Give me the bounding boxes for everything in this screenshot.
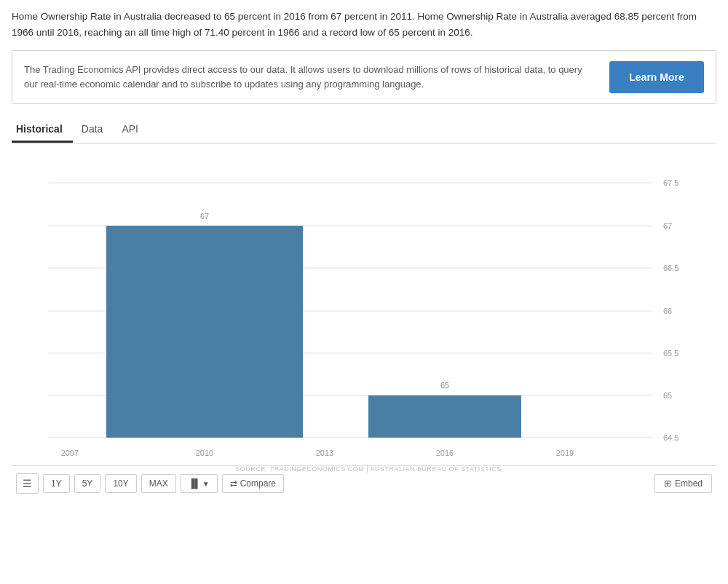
bar-label-2016: 65 — [440, 381, 449, 390]
x-label-2010: 2010 — [196, 449, 213, 457]
x-label-2007: 2007 — [61, 449, 79, 457]
y-label-665: 66.5 — [663, 264, 678, 272]
period-1y-button[interactable]: 1Y — [43, 474, 70, 493]
y-label-645: 64.5 — [663, 433, 678, 442]
chart-source: SOURCE: TRADINGECONOMICS.COM | AUSTRALIA… — [235, 465, 501, 473]
y-label-655: 65.5 — [663, 349, 678, 358]
x-label-2016: 2016 — [436, 449, 454, 457]
embed-label: Embed — [675, 478, 703, 489]
compare-icon: ⇄ — [230, 478, 237, 489]
bar-2016 — [368, 395, 521, 438]
tab-api[interactable]: API — [117, 117, 149, 143]
y-label-65: 65 — [663, 391, 672, 400]
x-label-2019: 2019 — [556, 449, 574, 457]
bar-chart: 64.5 65 65.5 66 66.5 67 67.5 67 65 2007 … — [12, 168, 718, 474]
chart-type-button[interactable]: ▐▌ ▼ — [181, 474, 218, 493]
menu-button[interactable]: ☰ — [16, 473, 39, 494]
y-label-675: 67.5 — [663, 178, 678, 187]
period-10y-button[interactable]: 10Y — [105, 474, 136, 493]
tabs-container: Historical Data API — [12, 117, 716, 143]
y-label-67: 67 — [663, 221, 672, 230]
chevron-down-icon: ▼ — [202, 480, 210, 488]
compare-label: Compare — [240, 478, 276, 489]
embed-button[interactable]: ⊞ Embed — [654, 474, 712, 493]
y-label-66: 66 — [663, 307, 672, 315]
chart-container: 64.5 65 65.5 66 66.5 67 67.5 67 65 2007 … — [12, 146, 716, 459]
period-max-button[interactable]: MAX — [141, 474, 176, 493]
learn-more-button[interactable]: Learn More — [609, 61, 704, 93]
bar-chart-icon: ▐▌ — [189, 478, 201, 489]
api-banner-text: The Trading Economics API provides direc… — [24, 63, 609, 92]
x-label-2013: 2013 — [316, 449, 333, 457]
api-banner: The Trading Economics API provides direc… — [12, 50, 716, 104]
compare-button[interactable]: ⇄ Compare — [222, 474, 284, 493]
embed-icon: ⊞ — [664, 478, 671, 489]
tab-data[interactable]: Data — [77, 117, 114, 143]
description-text: Home Ownership Rate in Australia decreas… — [12, 9, 716, 40]
bar-2011 — [106, 226, 303, 438]
toolbar-left: ☰ 1Y 5Y 10Y MAX ▐▌ ▼ ⇄ Compare — [16, 473, 284, 494]
bar-label-2011: 67 — [200, 212, 209, 221]
period-5y-button[interactable]: 5Y — [74, 474, 101, 493]
tab-historical[interactable]: Historical — [12, 117, 73, 143]
